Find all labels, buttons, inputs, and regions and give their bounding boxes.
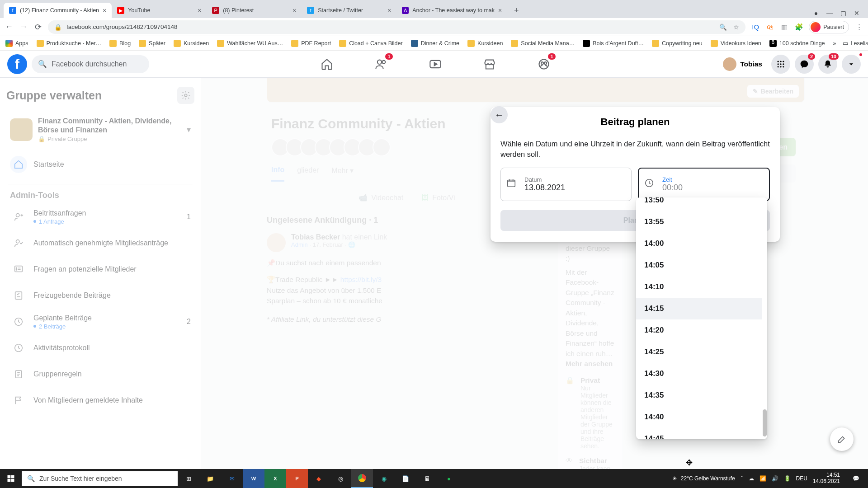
time-option[interactable]: 14:35 (636, 385, 762, 406)
weather-widget[interactable]: ☀22°C Gelbe Warnstufe (672, 475, 735, 482)
time-field[interactable]: Zeit 00:00 (638, 168, 770, 201)
nav-watch[interactable] (410, 52, 461, 77)
chrome-profile-paused[interactable]: Pausiert (809, 21, 849, 33)
window-close-icon[interactable]: ✕ (854, 10, 860, 16)
ext-puzzle-icon[interactable]: 🧩 (794, 23, 803, 32)
star-icon[interactable]: ☆ (733, 23, 739, 31)
fb-search-input[interactable]: 🔍 Facebook durchsuchen (32, 55, 149, 73)
close-tab-icon[interactable]: × (103, 7, 106, 14)
browser-tab[interactable]: t Startseite / Twitter × (302, 3, 396, 18)
language-indicator[interactable]: DEU (796, 475, 807, 482)
bookmark-item[interactable]: Kursideen (174, 40, 209, 47)
bookmark-item[interactable]: PDF Report (291, 40, 331, 47)
account-dot-icon[interactable]: ● (813, 10, 819, 16)
taskbar-clock[interactable]: 14:51 14.06.2021 (813, 472, 840, 485)
browser-tab[interactable]: P (8) Pinterest × (207, 3, 302, 18)
taskbar-search[interactable]: 🔍Zur Suche Text hier eingeben (22, 471, 178, 486)
time-option[interactable]: 14:10 (636, 276, 762, 298)
scrollbar-thumb[interactable] (763, 409, 767, 436)
obs-icon[interactable]: ◎ (330, 469, 351, 488)
nav-groups[interactable]: 1 (519, 52, 569, 77)
notepad-icon[interactable]: 📄 (395, 469, 416, 488)
time-option[interactable]: 14:45 (636, 428, 762, 439)
bookmark-item[interactable]: Copywriting neu (652, 40, 703, 47)
edit-fab-button[interactable] (830, 427, 854, 451)
profile-chip[interactable]: Tobias (721, 56, 767, 73)
explorer-icon[interactable]: 📁 (199, 469, 221, 488)
bookmark-item[interactable]: Social Media Mana… (511, 40, 575, 47)
browser-tab[interactable]: A Anchor - The easiest way to mak × (396, 3, 507, 18)
sidebar-item-activity[interactable]: Aktivitätsprotokoll (6, 335, 194, 361)
nav-reload-icon[interactable]: ⟳ (33, 22, 42, 32)
zoom-icon[interactable]: 🔍 (719, 23, 727, 31)
bookmark-item[interactable]: Dinner & Crime (411, 40, 459, 47)
calc-icon[interactable]: 🖩 (416, 469, 438, 488)
window-maximize-icon[interactable]: ▢ (840, 10, 846, 16)
new-tab-button[interactable]: + (510, 4, 523, 17)
bookmark-item[interactable]: Kursideen (467, 40, 503, 47)
ext-shopping-icon[interactable]: 🛍 (765, 23, 774, 32)
nav-marketplace[interactable] (464, 52, 515, 77)
mail-icon[interactable]: ✉ (221, 469, 243, 488)
time-option[interactable]: 14:00 (636, 233, 762, 254)
nav-home[interactable] (302, 52, 352, 77)
time-option[interactable]: 14:40 (636, 406, 762, 428)
word-icon[interactable]: W (243, 469, 264, 488)
sidebar-item-pending[interactable]: Freizugebende Beiträge (6, 282, 194, 309)
action-center-icon[interactable]: 💬 (845, 469, 866, 488)
facebook-logo-icon[interactable]: f (7, 54, 27, 74)
bookmark-item[interactable]: Wahlfächer WU Aus… (217, 40, 283, 47)
date-field[interactable]: Datum 13.08.2021 (500, 168, 632, 201)
task-view-icon[interactable]: ⊞ (178, 469, 199, 488)
sidebar-item-auto-approve[interactable]: Automatisch genehmigte Mitgliedsanträge (6, 230, 194, 256)
bookmark-item[interactable]: Blog (109, 40, 131, 47)
close-tab-icon[interactable]: × (387, 7, 391, 14)
bookmark-item[interactable]: Produktsuche - Mer… (37, 40, 102, 47)
sidebar-item-home[interactable]: Startseite (6, 151, 194, 178)
readinglist-button[interactable]: ▭Leseliste (843, 40, 868, 47)
excel-icon[interactable]: X (264, 469, 286, 488)
bookmark-item[interactable]: B100 schöne Dinge (769, 40, 825, 47)
wifi-icon[interactable]: 📶 (760, 475, 766, 482)
browser-tab[interactable]: ▶ YouTube × (112, 3, 207, 18)
ext-icon[interactable]: IQ (751, 23, 760, 32)
bookmark-item[interactable]: Apps (5, 40, 28, 47)
volume-icon[interactable]: 🔊 (772, 475, 778, 482)
bookmark-item[interactable]: Später (139, 40, 165, 47)
close-tab-icon[interactable]: × (198, 7, 201, 14)
time-option[interactable]: 14:25 (636, 341, 762, 363)
nav-friends[interactable]: 1 (356, 52, 406, 77)
chrome-icon[interactable] (351, 469, 373, 488)
time-option[interactable]: 14:05 (636, 254, 762, 276)
nav-back-icon[interactable]: ← (5, 22, 14, 32)
sidebar-item-requests[interactable]: Beitrittsanfragen 1 Anfrage 1 (6, 204, 194, 230)
time-option[interactable]: 14:30 (636, 363, 762, 385)
brave-icon[interactable]: ◆ (308, 469, 330, 488)
ext-video-icon[interactable]: ▥ (780, 23, 789, 32)
powerpoint-icon[interactable]: P (286, 469, 308, 488)
time-option[interactable]: 13:55 (636, 211, 762, 233)
account-dropdown-button[interactable] (842, 55, 861, 74)
time-option[interactable]: 14:15 (636, 298, 762, 319)
time-option[interactable]: 13:50 (636, 197, 762, 211)
battery-icon[interactable]: 🔋 (784, 475, 791, 482)
messenger-button[interactable]: 2 (795, 55, 814, 74)
onedrive-icon[interactable]: ☁ (749, 475, 754, 482)
sidebar-group-header[interactable]: Finanz Community - Aktien, Dividende, Bö… (6, 113, 194, 146)
bookmark-item[interactable]: Cload + Canva Bilder (339, 40, 402, 47)
sidebar-item-questions[interactable]: Fragen an potenzielle Mitglieder (6, 256, 194, 282)
window-minimize-icon[interactable]: — (826, 10, 833, 16)
dropdown-scrollbar[interactable] (762, 197, 767, 439)
time-option[interactable]: 14:20 (636, 319, 762, 341)
bookmark-item[interactable]: Videokurs Ideen (711, 40, 761, 47)
sidebar-settings-button[interactable] (177, 87, 194, 104)
sidebar-item-reported[interactable]: Von Mitgliedern gemeldete Inhalte (6, 387, 194, 413)
browser-tab-active[interactable]: f (12) Finanz Community - Aktien × (4, 3, 112, 18)
tray-chevron-icon[interactable]: ˄ (741, 475, 743, 482)
address-bar[interactable]: 🔒 facebook.com/groups/214827109704148 🔍 … (48, 20, 745, 34)
chrome-menu-icon[interactable]: ⋮ (854, 23, 863, 32)
sidebar-item-scheduled[interactable]: Geplante Beiträge 2 Beiträge 2 (6, 309, 194, 335)
notifications-button[interactable]: 10 (818, 55, 837, 74)
menu-grid-button[interactable] (771, 55, 790, 74)
edge-icon[interactable]: ◉ (373, 469, 395, 488)
